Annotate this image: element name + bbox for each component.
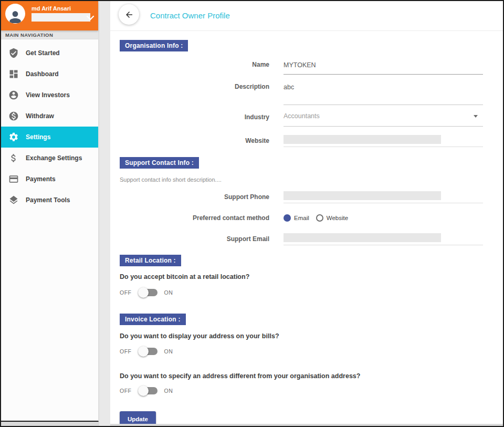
radio-email-label: Email — [294, 215, 309, 221]
sidebar-item-settings[interactable]: Settings — [1, 127, 98, 148]
sidebar-item-exchange-settings[interactable]: Exchange Settings — [1, 148, 98, 169]
retail-location-badge: Retail Location : — [120, 255, 181, 266]
sidebar-item-payments[interactable]: Payments — [1, 169, 98, 190]
app-window: md Arif Ansari MAIN NAVIGATION Get Start… — [0, 0, 504, 427]
industry-label: Industry — [120, 112, 269, 121]
arrow-left-icon — [124, 10, 134, 19]
support-email-label: Support Email — [120, 232, 269, 243]
industry-value: Accountants — [284, 112, 320, 120]
industry-select[interactable]: Accountants — [284, 112, 483, 127]
industry-row: Industry Accountants — [120, 112, 503, 127]
support-email-field — [284, 232, 483, 245]
avatar — [5, 4, 25, 24]
sidebar-item-dashboard[interactable]: Dashboard — [1, 64, 98, 85]
gear-icon — [8, 132, 19, 142]
retail-bitcoin-question: Do you accept bitcoin at a retail locati… — [120, 273, 503, 280]
sidebar-item-label: Withdraw — [26, 112, 54, 120]
sidebar-item-label: Exchange Settings — [26, 154, 82, 162]
organisation-info-badge: Organisation Info : — [120, 40, 188, 51]
page-title: Contract Owner Profile — [150, 11, 230, 20]
toggle-thumb — [138, 346, 149, 357]
main-panel: Contract Owner Profile Organisation Info… — [110, 1, 503, 424]
retail-bitcoin-toggle-row: OFF ON — [120, 287, 503, 298]
name-row: Name MYTOKEN — [120, 60, 503, 75]
user-name: md Arif Ansari — [32, 5, 71, 12]
support-phone-row: Support Phone — [120, 190, 503, 203]
shield-check-icon — [8, 48, 19, 58]
support-phone-input[interactable] — [284, 191, 441, 200]
description-value: abc — [284, 84, 294, 91]
sidebar-item-withdraw[interactable]: Withdraw — [1, 106, 98, 127]
toggle-on-label: ON — [164, 388, 173, 394]
support-contact-badge: Support Contact Info : — [120, 157, 199, 169]
invoice-display-address-toggle[interactable] — [138, 346, 158, 357]
name-value: MYTOKEN — [284, 61, 316, 69]
website-field — [284, 133, 483, 147]
dropdown-caret-icon — [474, 115, 478, 118]
support-phone-field — [284, 190, 483, 203]
sidebar-item-label: Settings — [26, 133, 50, 141]
name-label: Name — [120, 60, 269, 68]
website-row: Website — [120, 133, 503, 147]
contact-method-radio-group: Email Website — [284, 214, 355, 222]
back-button[interactable] — [119, 4, 139, 25]
sidebar-item-label: View Investors — [26, 91, 70, 99]
toggle-off-label: OFF — [120, 348, 132, 355]
support-description: Support contact info short description..… — [120, 176, 503, 183]
support-phone-label: Support Phone — [120, 190, 269, 201]
website-label: Website — [120, 133, 269, 144]
content: Organisation Info : Name MYTOKEN Descrip… — [110, 31, 503, 424]
sidebar-item-view-investors[interactable]: View Investors — [1, 85, 98, 106]
user-header: md Arif Ansari — [1, 1, 98, 30]
name-input[interactable]: MYTOKEN — [284, 60, 483, 75]
sidebar-item-label: Payment Tools — [26, 196, 70, 204]
sidebar-item-label: Get Started — [26, 49, 60, 57]
dashboard-icon — [8, 69, 19, 79]
invoice-location-badge: Invoice Location : — [120, 314, 186, 325]
credit-card-icon — [8, 174, 19, 184]
invoice-different-address-question: Do you want to specify an address differ… — [120, 372, 503, 380]
toggle-thumb — [138, 386, 149, 396]
support-email-row: Support Email — [120, 232, 503, 245]
contact-method-row: Preferred contact method Email Website — [120, 214, 503, 222]
invoice-display-address-question: Do you want to display your address on y… — [120, 332, 503, 340]
toggle-on-label: ON — [164, 348, 173, 355]
toggle-thumb — [138, 287, 149, 298]
radio-email[interactable] — [284, 214, 291, 222]
sidebar-item-get-started[interactable]: Get Started — [1, 43, 98, 64]
toggle-off-label: OFF — [120, 388, 132, 394]
invoice-different-address-toggle-row: OFF ON — [120, 386, 503, 396]
retail-bitcoin-toggle[interactable] — [138, 287, 158, 298]
sidebar-section-title: MAIN NAVIGATION — [1, 30, 98, 39]
person-circle-icon — [8, 90, 19, 100]
layout-gutter — [99, 1, 110, 426]
sidebar-item-label: Dashboard — [26, 70, 59, 78]
invoice-different-address-toggle[interactable] — [138, 386, 158, 396]
sidebar-item-label: Payments — [26, 175, 56, 183]
update-button[interactable]: Update — [120, 411, 156, 424]
support-email-input[interactable] — [284, 233, 441, 242]
dollar-icon — [8, 153, 19, 163]
website-input[interactable] — [284, 135, 441, 144]
sidebar: md Arif Ansari MAIN NAVIGATION Get Start… — [1, 1, 99, 422]
chevron-down-icon[interactable] — [86, 14, 94, 21]
dollar-circle-icon — [8, 111, 19, 121]
layers-icon — [8, 195, 19, 205]
description-label: Description — [120, 82, 269, 90]
sidebar-nav-list: Get Started Dashboard View Investors Wit… — [1, 39, 98, 211]
description-input[interactable]: abc — [284, 82, 483, 105]
description-row: Description abc — [120, 82, 503, 105]
radio-website-label: Website — [327, 215, 348, 221]
toggle-off-label: OFF — [120, 289, 132, 296]
invoice-display-address-toggle-row: OFF ON — [120, 346, 503, 357]
user-account-box[interactable] — [32, 13, 90, 22]
sidebar-item-payment-tools[interactable]: Payment Tools — [1, 190, 98, 211]
toggle-on-label: ON — [164, 289, 173, 296]
contact-method-label: Preferred contact method — [120, 214, 269, 222]
topbar: Contract Owner Profile — [110, 1, 503, 31]
radio-website[interactable] — [316, 214, 323, 222]
